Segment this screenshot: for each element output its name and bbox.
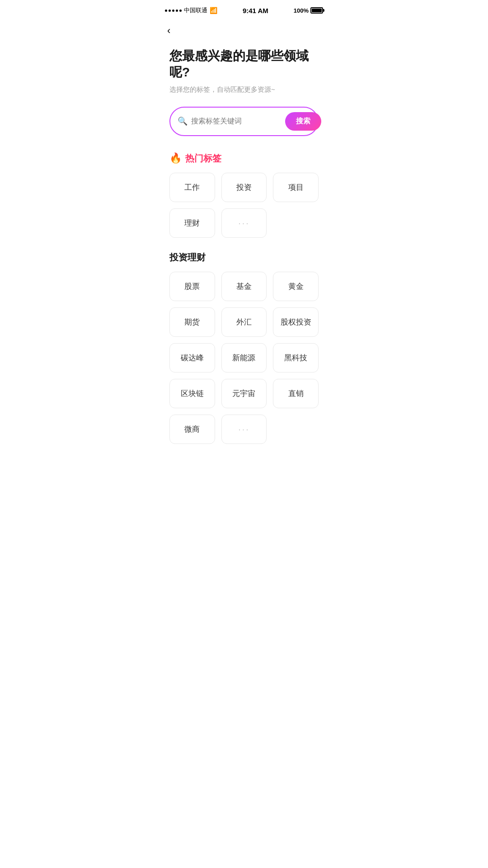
tag-item[interactable]: 区块链 [169, 379, 215, 408]
status-left: 中国联通 📶 [165, 6, 217, 14]
status-right: 100% [294, 7, 323, 14]
tag-item[interactable]: 黄金 [273, 272, 319, 301]
invest-label: 投资理财 [169, 251, 206, 264]
tag-item[interactable]: 碳达峰 [169, 343, 215, 373]
tag-item[interactable]: 元宇宙 [221, 379, 267, 408]
hot-tags-grid: 工作 投资 项目 理财 ··· [169, 173, 319, 238]
tag-item[interactable]: 外汇 [221, 307, 267, 337]
tag-item[interactable]: 黑科技 [273, 343, 319, 373]
search-input[interactable] [191, 117, 282, 125]
tag-item[interactable]: 期货 [169, 307, 215, 337]
tag-item[interactable]: 投资 [221, 173, 267, 202]
status-bar: 中国联通 📶 9:41 AM 100% [156, 0, 332, 18]
battery-percent: 100% [294, 7, 309, 14]
search-bar: 🔍 搜索 [169, 107, 319, 136]
tag-item[interactable]: 项目 [273, 173, 319, 202]
page-subtitle: 选择您的标签，自动匹配更多资源~ [169, 85, 319, 94]
main-content: 您最感兴趣的是哪些领域呢? 选择您的标签，自动匹配更多资源~ 🔍 搜索 🔥 热门… [156, 43, 332, 471]
wifi-icon: 📶 [210, 7, 217, 14]
tag-item[interactable]: 直销 [273, 379, 319, 408]
battery-icon [310, 7, 323, 14]
hot-section-title: 🔥 热门标签 [169, 152, 319, 165]
tag-item[interactable]: 工作 [169, 173, 215, 202]
hot-label: 热门标签 [185, 152, 221, 165]
tag-item[interactable]: 理财 [169, 208, 215, 238]
carrier-label: 中国联通 [184, 6, 207, 14]
tag-more[interactable]: ··· [221, 415, 267, 444]
hot-section: 🔥 热门标签 工作 投资 项目 理财 ··· [169, 152, 319, 238]
tag-item[interactable]: 股票 [169, 272, 215, 301]
tag-more[interactable]: ··· [221, 208, 267, 238]
page-title: 您最感兴趣的是哪些领域呢? [169, 48, 319, 81]
nav-bar: ‹ [156, 18, 332, 43]
search-button[interactable]: 搜索 [285, 112, 321, 131]
fire-icon: 🔥 [169, 152, 182, 164]
signal-icon [165, 9, 182, 12]
invest-section: 投资理财 股票 基金 黄金 期货 外汇 股权投资 碳达峰 新能源 黑科技 区块链… [169, 251, 319, 444]
invest-tags-grid: 股票 基金 黄金 期货 外汇 股权投资 碳达峰 新能源 黑科技 区块链 元宇宙 … [169, 272, 319, 444]
tag-item[interactable]: 基金 [221, 272, 267, 301]
clock: 9:41 AM [243, 7, 268, 14]
tag-item[interactable]: 新能源 [221, 343, 267, 373]
search-icon: 🔍 [178, 116, 188, 126]
back-button[interactable]: ‹ [165, 23, 173, 39]
invest-section-title: 投资理财 [169, 251, 319, 264]
tag-item[interactable]: 微商 [169, 415, 215, 444]
tag-item[interactable]: 股权投资 [273, 307, 319, 337]
